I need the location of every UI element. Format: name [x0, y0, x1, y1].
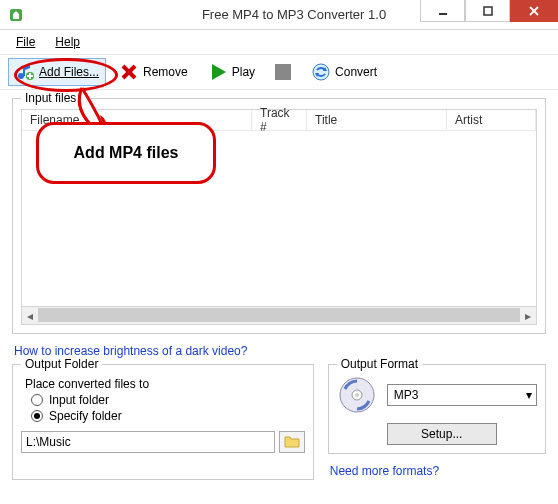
play-icon — [208, 62, 228, 82]
scroll-right-icon[interactable]: ▸ — [520, 308, 536, 324]
output-format-container: Output Format MP3 ▾ Setup... Need more f… — [328, 364, 546, 484]
output-path-input[interactable]: L:\Music — [21, 431, 275, 453]
scroll-thumb[interactable] — [38, 308, 520, 322]
setup-button[interactable]: Setup... — [387, 423, 497, 445]
radio-specify-folder[interactable]: Specify folder — [31, 409, 305, 423]
output-format-group: Output Format MP3 ▾ Setup... — [328, 364, 546, 454]
svg-point-18 — [355, 393, 359, 397]
stop-button[interactable] — [268, 58, 298, 86]
radio-input-folder[interactable]: Input folder — [31, 393, 305, 407]
output-format-legend: Output Format — [337, 357, 422, 371]
svg-line-4 — [530, 7, 538, 15]
format-selected: MP3 — [394, 388, 419, 402]
music-add-icon — [15, 62, 35, 82]
remove-label: Remove — [143, 65, 188, 79]
col-artist[interactable]: Artist — [447, 110, 536, 130]
close-button[interactable] — [510, 0, 558, 22]
scroll-left-icon[interactable]: ◂ — [22, 308, 38, 324]
menu-file[interactable]: File — [8, 33, 43, 51]
col-title[interactable]: Title — [307, 110, 447, 130]
radio-input-folder-label: Input folder — [49, 393, 109, 407]
remove-icon — [119, 62, 139, 82]
minimize-button[interactable] — [420, 0, 465, 22]
menubar: File Help — [0, 30, 558, 54]
cd-icon — [337, 375, 377, 415]
browse-button[interactable] — [279, 431, 305, 453]
callout-bubble: Add MP4 files — [36, 122, 216, 184]
brightness-link[interactable]: How to increase brightness of a dark vid… — [14, 344, 247, 358]
maximize-button[interactable] — [465, 0, 510, 22]
output-folder-group: Output Folder Place converted files to I… — [12, 364, 314, 480]
play-button[interactable]: Play — [201, 58, 262, 86]
col-track[interactable]: Track # — [252, 110, 307, 130]
radio-specify-folder-label: Specify folder — [49, 409, 122, 423]
callout-text: Add MP4 files — [74, 144, 179, 162]
convert-label: Convert — [335, 65, 377, 79]
svg-marker-12 — [212, 64, 226, 80]
svg-rect-2 — [484, 7, 492, 15]
titlebar: Free MP4 to MP3 Converter 1.0 — [0, 0, 558, 30]
radio-checked-icon — [31, 410, 43, 422]
app-icon — [8, 7, 24, 23]
add-files-button[interactable]: Add Files... — [8, 58, 106, 86]
svg-line-3 — [530, 7, 538, 15]
play-label: Play — [232, 65, 255, 79]
svg-point-13 — [313, 64, 329, 80]
stop-icon — [275, 64, 291, 80]
convert-button[interactable]: Convert — [304, 58, 384, 86]
toolbar: Add Files... Remove Play Convert — [0, 54, 558, 90]
horizontal-scrollbar[interactable]: ◂ ▸ — [21, 307, 537, 325]
folder-icon — [284, 434, 300, 451]
svg-rect-6 — [23, 66, 25, 76]
convert-icon — [311, 62, 331, 82]
more-formats-link[interactable]: Need more formats? — [330, 464, 439, 478]
add-files-label: Add Files... — [39, 65, 99, 79]
remove-button[interactable]: Remove — [112, 58, 195, 86]
chevron-down-icon: ▾ — [526, 388, 532, 402]
radio-icon — [31, 394, 43, 406]
output-folder-legend: Output Folder — [21, 357, 102, 371]
menu-help[interactable]: Help — [47, 33, 88, 51]
place-files-label: Place converted files to — [25, 377, 305, 391]
window-controls — [420, 0, 558, 22]
format-select[interactable]: MP3 ▾ — [387, 384, 537, 406]
